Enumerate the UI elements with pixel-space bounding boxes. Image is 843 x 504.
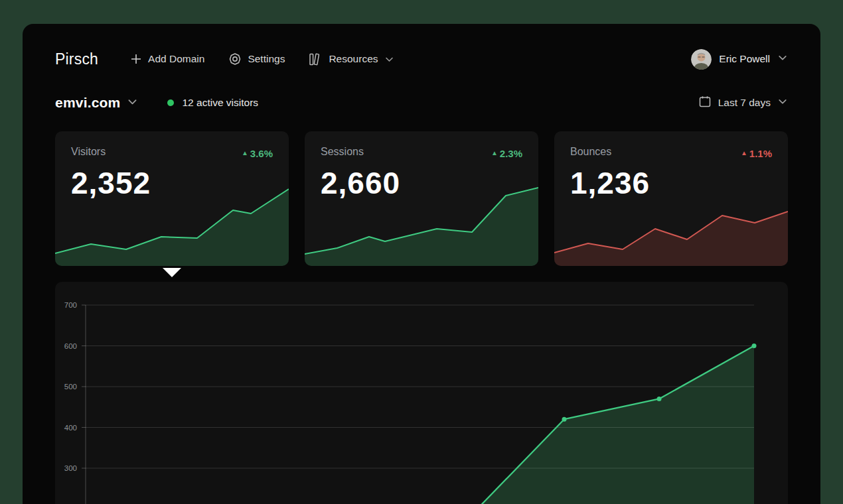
- app-logo[interactable]: Pirsch: [55, 50, 98, 68]
- active-visitors-label: 12 active visitors: [182, 97, 258, 109]
- resources-button[interactable]: Resources: [309, 52, 394, 66]
- gear-icon: [228, 52, 242, 66]
- app-window: Pirsch Add Domain Settings: [23, 24, 820, 504]
- active-dot-icon: [167, 99, 174, 106]
- calendar-icon: [698, 95, 712, 111]
- stat-label: Bounces: [570, 146, 611, 158]
- svg-text:400: 400: [64, 424, 77, 432]
- add-domain-button[interactable]: Add Domain: [130, 53, 204, 65]
- active-visitors: 12 active visitors: [167, 97, 258, 109]
- domain-name: emvi.com: [55, 95, 120, 111]
- stat-card-bounces[interactable]: Bounces ▲ 1.1% 1,236: [554, 131, 788, 266]
- settings-label: Settings: [248, 53, 285, 65]
- chevron-down-icon: [777, 96, 788, 109]
- svg-text:500: 500: [64, 383, 77, 391]
- resources-label: Resources: [329, 53, 378, 65]
- settings-button[interactable]: Settings: [228, 52, 285, 66]
- stat-change-value: 3.6%: [250, 148, 273, 159]
- stat-label: Visitors: [71, 146, 106, 158]
- user-name: Eric Powell: [719, 53, 770, 65]
- sessions-sparkline: [305, 179, 538, 266]
- chevron-down-icon: [777, 52, 788, 66]
- stat-card-sessions[interactable]: Sessions ▲ 2.3% 2,660: [305, 131, 538, 266]
- svg-text:300: 300: [64, 464, 77, 472]
- stat-change-badge: ▲ 1.1%: [741, 148, 772, 159]
- visitors-sparkline: [55, 179, 289, 266]
- stat-label: Sessions: [321, 146, 364, 158]
- svg-text:700: 700: [64, 301, 77, 309]
- stat-change-badge: ▲ 2.3%: [491, 148, 522, 159]
- bounces-sparkline: [554, 179, 788, 266]
- chevron-down-icon: [127, 96, 138, 110]
- user-menu[interactable]: Eric Powell: [691, 49, 788, 70]
- stat-card-visitors[interactable]: Visitors ▲ 3.6% 2,352: [55, 131, 289, 266]
- date-range-selector[interactable]: Last 7 days: [698, 95, 788, 111]
- trend-up-icon: ▲: [242, 150, 248, 157]
- add-domain-label: Add Domain: [148, 53, 204, 65]
- date-range-label: Last 7 days: [718, 97, 771, 109]
- chevron-down-icon: [384, 54, 394, 64]
- page-background: Pirsch Add Domain Settings: [0, 0, 843, 504]
- domain-bar: emvi.com 12 active visitors Last 7 days: [55, 91, 788, 115]
- top-nav: Pirsch Add Domain Settings: [55, 46, 788, 72]
- stat-change-value: 1.1%: [749, 148, 772, 159]
- stat-change-value: 2.3%: [500, 148, 522, 159]
- visitors-chart[interactable]: 300400500600700: [55, 282, 788, 504]
- selected-card-pointer-icon: [163, 268, 181, 277]
- plus-icon: [130, 53, 142, 65]
- svg-text:600: 600: [64, 342, 77, 350]
- nav-items: Add Domain Settings: [130, 52, 394, 66]
- trend-up-icon: ▲: [491, 150, 498, 157]
- books-icon: [309, 52, 323, 66]
- stats-row: Visitors ▲ 3.6% 2,352 Sessions ▲ 2.3%: [55, 131, 788, 266]
- domain-selector[interactable]: emvi.com: [55, 95, 138, 111]
- avatar[interactable]: [691, 49, 712, 70]
- main-chart-card: 300400500600700: [55, 282, 788, 504]
- stat-change-badge: ▲ 3.6%: [242, 148, 273, 159]
- trend-up-icon: ▲: [741, 150, 747, 157]
